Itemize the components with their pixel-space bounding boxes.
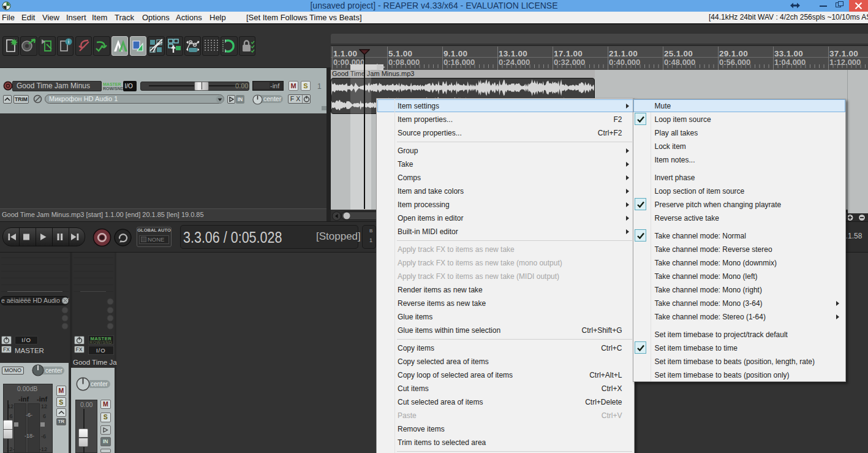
svg-text:i: i bbox=[68, 39, 69, 45]
